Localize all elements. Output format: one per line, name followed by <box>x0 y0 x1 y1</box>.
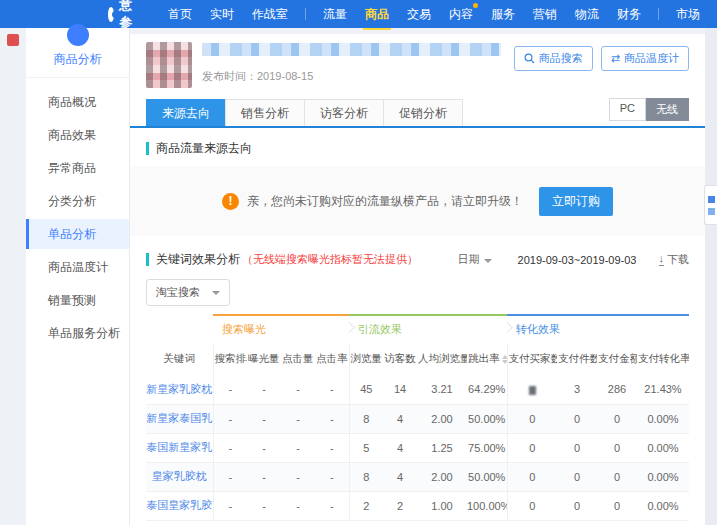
section-marker <box>146 253 149 266</box>
column-header[interactable]: 点击率 <box>315 343 349 375</box>
sidebar-title: 商品分析 <box>26 51 129 68</box>
cell-value: 0.00% <box>637 404 689 433</box>
cell-value: - <box>315 375 349 404</box>
nav-item[interactable]: 财务 <box>617 6 641 23</box>
cell-value <box>507 375 557 404</box>
nav-item[interactable]: 营销 <box>533 6 557 23</box>
cell-value: - <box>247 375 281 404</box>
device-option[interactable]: 无线 <box>646 98 689 121</box>
date-dropdown[interactable]: 日期 <box>458 252 492 267</box>
nav-item[interactable]: 内容 <box>449 6 473 23</box>
widget-icon <box>708 196 715 203</box>
cell-value: 1.00 <box>417 491 467 520</box>
cell-value: 100.00% <box>467 491 507 520</box>
nav-item[interactable]: 市场 <box>676 6 700 23</box>
column-header[interactable]: 人均浏览量 <box>417 343 467 375</box>
keyword-section-title: 关键词效果分析 <box>156 251 240 268</box>
product-thumbnail <box>146 42 192 88</box>
group-spacer <box>146 315 213 343</box>
column-header[interactable]: 曝光量 <box>247 343 281 375</box>
cell-value: - <box>315 491 349 520</box>
keyword-section-note: （无线端搜索曝光指标暂无法提供） <box>242 252 418 267</box>
rail-app-icon[interactable] <box>7 34 19 46</box>
cell-value: - <box>281 433 315 462</box>
column-header[interactable]: 浏览量 <box>349 343 383 375</box>
column-header[interactable]: 点击量 <box>281 343 315 375</box>
upgrade-notice: ! 亲，您尚未订购对应的流量纵横产品，请立即升级！ 立即订购 <box>130 166 705 236</box>
keyword-link[interactable]: 新皇家乳胶枕 <box>146 375 213 404</box>
cell-value: 2.00 <box>417 404 467 433</box>
keyword-link[interactable]: 皇家乳胶枕 <box>146 462 213 491</box>
redacted-value <box>529 386 536 395</box>
column-header[interactable]: 支付转化率 <box>637 343 689 375</box>
column-header[interactable]: 支付金额 <box>597 343 637 375</box>
side-float-widget[interactable] <box>704 185 717 225</box>
sidebar-item[interactable]: 单品分析 <box>26 219 129 249</box>
nav-item[interactable]: 流量 <box>323 6 347 23</box>
keyword-link[interactable]: 泰国新皇家乳 <box>146 433 213 462</box>
channel-select[interactable]: 淘宝搜索 <box>146 279 230 306</box>
keyword-link[interactable]: 泰国皇家乳胶 <box>146 491 213 520</box>
cell-value: 50.00% <box>467 462 507 491</box>
notice-text: 亲，您尚未订购对应的流量纵横产品，请立即升级！ <box>247 193 523 210</box>
tab[interactable]: 促销分析 <box>383 99 463 126</box>
group-chevron-icon <box>349 321 355 334</box>
nav-item[interactable]: 实时 <box>210 6 234 23</box>
product-search-button[interactable]: 商品搜索 <box>514 46 593 71</box>
cell-value: - <box>281 462 315 491</box>
top-nav-items: 首页实时作战室流量商品交易内容服务营销物流财务市场竞争业务专区取数学院 <box>159 0 717 28</box>
column-header[interactable]: 跳出率 <box>467 343 507 375</box>
tab[interactable]: 访客分析 <box>304 99 383 126</box>
download-button[interactable]: ↓ 下载 <box>659 252 690 267</box>
cell-value: 0 <box>557 491 597 520</box>
analysis-tabs: 来源去向销售分析访客分析促销分析 <box>146 99 463 126</box>
nav-item[interactable]: 商品 <box>365 6 389 23</box>
table-row: 泰国新皇家乳----541.2575.00%0000.00% <box>146 433 689 462</box>
cell-value: 0.00% <box>637 491 689 520</box>
notification-dot <box>473 3 478 8</box>
nav-item[interactable]: 作战室 <box>252 6 288 23</box>
sidebar-menu: 商品概况商品效果异常商品分类分析单品分析商品温度计销量预测单品服务分析 <box>26 78 129 348</box>
table-row: 新皇家泰国乳----842.0050.00%0000.00% <box>146 404 689 433</box>
sidebar-item[interactable]: 商品温度计 <box>26 252 129 282</box>
sidebar-item[interactable]: 销量预测 <box>26 285 129 315</box>
nav-divider <box>305 8 306 20</box>
device-option[interactable]: PC <box>609 98 646 121</box>
sidebar-item[interactable]: 商品概况 <box>26 87 129 117</box>
keyword-link[interactable]: 新皇家泰国乳 <box>146 404 213 433</box>
cell-value: 0 <box>557 433 597 462</box>
tab[interactable]: 销售分析 <box>225 99 304 126</box>
sort-icon <box>502 355 508 364</box>
tab[interactable]: 来源去向 <box>146 99 225 126</box>
sidebar-item[interactable]: 单品服务分析 <box>26 318 129 348</box>
cell-value: 14 <box>383 375 417 404</box>
keyword-table: 搜索曝光引流效果转化效果关键词搜索排名曝光量点击量点击率浏览量访客数人均浏览量跳… <box>146 314 689 521</box>
page-body: 商品分析 商品概况商品效果异常商品分类分析单品分析商品温度计销量预测单品服务分析… <box>0 28 717 525</box>
column-header[interactable]: 搜索排名 <box>213 343 247 375</box>
cell-value: 3.21 <box>417 375 467 404</box>
column-group-header: 搜索曝光 <box>213 315 349 343</box>
nav-item[interactable]: 首页 <box>168 6 192 23</box>
column-header[interactable]: 访客数 <box>383 343 417 375</box>
sidebar-item[interactable]: 异常商品 <box>26 153 129 183</box>
cell-value: - <box>213 462 247 491</box>
nav-item[interactable]: 服务 <box>491 6 515 23</box>
sidebar-item[interactable]: 商品效果 <box>26 120 129 150</box>
product-thermometer-button[interactable]: ⇄ 商品温度计 <box>601 46 689 71</box>
right-gutter <box>705 28 717 525</box>
product-info: 发布时间：2019-08-15 <box>202 42 514 84</box>
group-chevron-icon <box>507 321 513 334</box>
sidebar-item[interactable]: 分类分析 <box>26 186 129 216</box>
category-circle-icon <box>67 24 89 46</box>
nav-item[interactable]: 交易 <box>407 6 431 23</box>
main-content: 发布时间：2019-08-15 商品搜索 ⇄ 商品温度计 来源去向销售分析访客分… <box>130 34 705 525</box>
order-now-button[interactable]: 立即订购 <box>539 187 613 216</box>
table-row: 皇家乳胶枕----842.0050.00%0000.00% <box>146 462 689 491</box>
cell-value: - <box>247 433 281 462</box>
column-header[interactable]: 支付件数 <box>557 343 597 375</box>
table-row: 泰国皇家乳胶----221.00100.00%0000.00% <box>146 491 689 520</box>
cell-value: - <box>281 491 315 520</box>
chevron-down-icon <box>212 291 220 295</box>
nav-item[interactable]: 物流 <box>575 6 599 23</box>
cell-value: 64.29% <box>467 375 507 404</box>
